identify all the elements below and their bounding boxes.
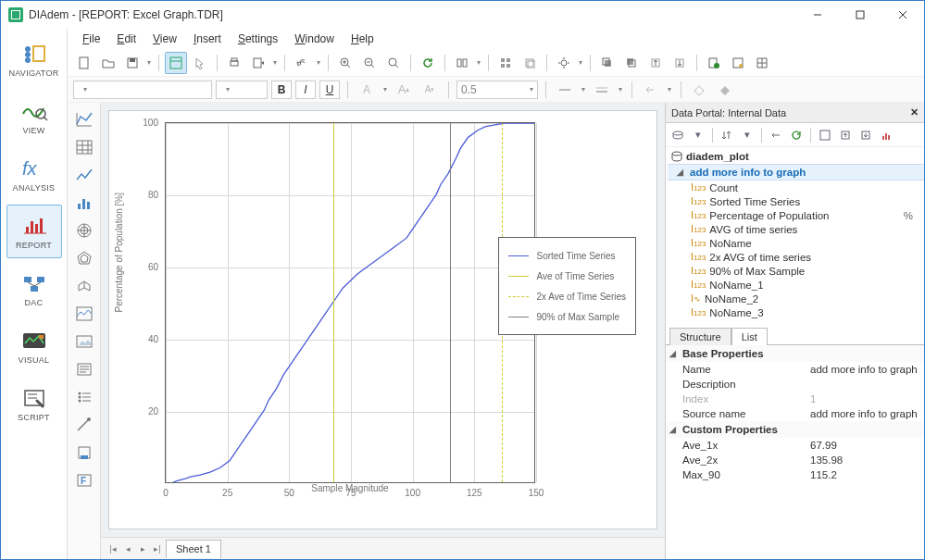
order-back-button[interactable]	[620, 52, 643, 74]
radar-tool[interactable]	[71, 245, 97, 271]
channel-row[interactable]: 123NoName_3	[668, 305, 924, 319]
channel-row[interactable]: 123Sorted Time Series	[668, 194, 924, 208]
group1-button[interactable]	[494, 52, 517, 74]
table-tool[interactable]	[71, 134, 97, 160]
contour-tool[interactable]	[71, 301, 97, 327]
portal-save-button[interactable]	[817, 127, 833, 143]
new-button[interactable]	[73, 52, 95, 74]
nav-dac[interactable]: DAC	[6, 262, 62, 316]
shape-tool[interactable]	[71, 412, 97, 438]
zoom-combo[interactable]: 0.5▾	[456, 81, 538, 99]
portal-internal-button[interactable]	[669, 127, 686, 143]
print-button[interactable]	[223, 52, 245, 74]
portal-down-button[interactable]	[857, 127, 874, 143]
portal-chart-button[interactable]	[878, 127, 894, 143]
menu-file[interactable]: File	[75, 31, 107, 47]
close-button[interactable]	[881, 1, 924, 29]
maximize-button[interactable]	[839, 1, 881, 29]
fill-button[interactable]	[689, 79, 711, 101]
group2-button[interactable]	[519, 52, 541, 74]
tree-root[interactable]: diadem_plot	[668, 149, 924, 164]
order-forward-button[interactable]	[644, 52, 667, 74]
layout-mode-button[interactable]	[165, 52, 187, 74]
portal-up-button[interactable]	[837, 127, 854, 143]
undo-button[interactable]	[291, 52, 313, 74]
save-button[interactable]	[121, 52, 144, 74]
sheet-next-button[interactable]: ▸	[136, 541, 149, 557]
sheet-tab[interactable]: Sheet 1	[166, 540, 221, 558]
list-tool[interactable]	[71, 384, 97, 410]
nav-navigator[interactable]: NAVIGATOR	[6, 32, 62, 86]
image-tool[interactable]	[71, 329, 97, 355]
property-row[interactable]: Index1	[666, 392, 924, 406]
tab-list[interactable]: List	[731, 328, 768, 345]
channel-row[interactable]: 123AVG of time series	[668, 222, 924, 236]
report-page[interactable]: Percentage of Population [%] 20406080100…	[108, 110, 657, 529]
font-color-button[interactable]: A	[356, 79, 378, 101]
menu-settings[interactable]: Settings	[231, 31, 285, 47]
line-chart-tool[interactable]	[71, 162, 97, 188]
channel-row[interactable]: 12390% of Max Sample	[668, 264, 924, 278]
minimize-button[interactable]	[796, 1, 839, 29]
sheet-prev-button[interactable]: ◂	[121, 541, 134, 557]
property-row[interactable]: Max_90115.2	[666, 467, 924, 482]
tree-group[interactable]: ◢ add more info to graph	[668, 164, 924, 180]
portal-refresh-button[interactable]	[788, 127, 805, 143]
nav-analysis[interactable]: fx ANALYSIS	[6, 147, 62, 201]
axis2d-tool[interactable]	[71, 106, 97, 132]
italic-button[interactable]: I	[295, 81, 316, 99]
font-grow-button[interactable]: A▴	[393, 79, 415, 101]
portal-close-button[interactable]: ✕	[910, 106, 919, 118]
tab-structure[interactable]: Structure	[669, 328, 731, 345]
channel-tree[interactable]: diadem_plot ◢ add more info to graph 123…	[666, 147, 924, 325]
line-weight-button[interactable]	[591, 79, 613, 101]
nav-report[interactable]: REPORT	[6, 205, 62, 258]
export-button[interactable]	[247, 52, 269, 74]
script-play-button[interactable]	[703, 52, 725, 74]
sheet-first-button[interactable]: |◂	[106, 541, 119, 557]
nav-script[interactable]: SCRIPT	[6, 377, 62, 430]
underline-button[interactable]: U	[319, 81, 340, 99]
nav-visual[interactable]: VISUAL	[6, 319, 62, 373]
chart-2d-axis[interactable]: Percentage of Population [%] 20406080100…	[126, 118, 647, 495]
polar-tool[interactable]	[71, 218, 97, 243]
open-button[interactable]	[97, 52, 119, 74]
text-tool[interactable]	[71, 356, 97, 382]
bold-button[interactable]: B	[271, 81, 292, 99]
channel-row[interactable]: 123Count	[668, 180, 924, 194]
order-front-button[interactable]	[596, 52, 619, 74]
channel-row[interactable]: 123NoName_1	[668, 278, 924, 292]
base-properties-header[interactable]: ◢Base Properties	[666, 345, 924, 362]
align-button[interactable]	[451, 52, 473, 74]
font-size-combo[interactable]: ▾	[216, 81, 268, 99]
portal-expand-button[interactable]	[768, 127, 784, 143]
property-row[interactable]: Ave_2x135.98	[666, 453, 924, 467]
stamp-tool[interactable]	[71, 440, 97, 466]
3d-tool[interactable]	[71, 273, 97, 299]
menu-help[interactable]: Help	[344, 31, 381, 47]
channel-row[interactable]: 123NoName	[668, 236, 924, 250]
nav-view[interactable]: VIEW	[6, 90, 62, 143]
fill-color-button[interactable]	[715, 79, 737, 101]
font-shrink-button[interactable]: A▾	[419, 79, 441, 101]
portal-dropdown-icon[interactable]: ▾	[690, 127, 706, 143]
refresh-button[interactable]	[417, 52, 439, 74]
property-row[interactable]: Source nameadd more info to graph	[666, 406, 924, 421]
zoom-fit-button[interactable]	[382, 52, 405, 74]
grid-button[interactable]	[751, 52, 773, 74]
cursor-button[interactable]	[189, 52, 211, 74]
property-row[interactable]: Description	[666, 377, 924, 392]
zoom-in-button[interactable]	[334, 52, 356, 74]
properties-button[interactable]	[727, 52, 749, 74]
font-family-combo[interactable]: ▾	[73, 81, 212, 99]
menu-edit[interactable]: Edit	[109, 31, 144, 47]
menu-view[interactable]: View	[145, 31, 184, 47]
property-row[interactable]: Nameadd more info to graph	[666, 362, 924, 377]
settings-button[interactable]	[553, 52, 575, 74]
property-row[interactable]: Ave_1x67.99	[666, 438, 924, 453]
line-style-button[interactable]	[554, 79, 576, 101]
menu-insert[interactable]: Insert	[186, 31, 229, 47]
portal-dropdown2-icon[interactable]: ▾	[739, 127, 756, 143]
portal-sort-button[interactable]	[719, 127, 735, 143]
channel-row[interactable]: 1232x AVG of time series	[668, 250, 924, 264]
